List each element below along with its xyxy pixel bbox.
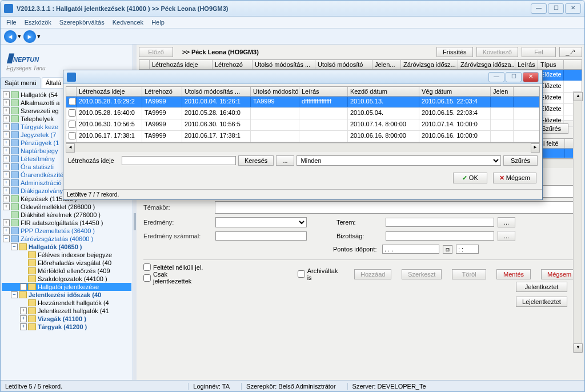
table-row[interactable]: 2010.05.28. 16:40:0TA99992010.05.28. 16:…: [66, 108, 539, 119]
maximize-button[interactable]: ☐: [548, 3, 564, 14]
cancel-button[interactable]: Mégsem: [541, 269, 578, 279]
check-feltetel[interactable]: [143, 263, 151, 271]
pontos-date-picker-icon[interactable]: ⧈: [443, 245, 452, 254]
nav-toolbar: ◄ ▾ ► ▾: [1, 29, 584, 45]
tree-item[interactable]: Féléves indexsor bejegyze: [2, 251, 131, 259]
ered-select[interactable]: [215, 217, 307, 227]
ered-label: Eredmény:: [143, 219, 212, 226]
refresh-button[interactable]: Frissítés: [436, 47, 473, 57]
bizott-field[interactable]: [386, 231, 494, 241]
tree-item[interactable]: +Vizsgák (41100 ): [2, 315, 131, 323]
save-button[interactable]: Mentés: [496, 269, 531, 279]
main-title-bar: V2012.3.1.1 : Hallgatói jelentkezések (4…: [1, 1, 584, 17]
status-role: Szerepkör: Belső Adminisztrátor: [241, 383, 336, 390]
bizott-browse-button[interactable]: ...: [498, 231, 515, 241]
search-dots-button[interactable]: ...: [276, 155, 294, 166]
nav-back-drop[interactable]: ▾: [18, 33, 21, 40]
jelentkeztet-button[interactable]: Jelentkeztet: [516, 282, 567, 292]
right-scrollbar[interactable]: ▲▼: [573, 91, 582, 353]
dialog-close-button[interactable]: ✕: [523, 72, 539, 82]
dialog-hscroll[interactable]: ◄►: [66, 143, 540, 152]
tree-item[interactable]: +Hallgatói jelentkezése: [2, 283, 131, 291]
dialog-title-bar[interactable]: — ☐ ✕: [63, 70, 542, 84]
menu-tools[interactable]: Eszközök: [25, 19, 51, 26]
tree-item[interactable]: +Jelentkezett hallgatók (41: [2, 307, 131, 315]
dialog-maximize-button[interactable]: ☐: [506, 72, 522, 82]
terem-browse-button[interactable]: ...: [498, 217, 515, 227]
nav-fwd-button[interactable]: ►: [23, 30, 36, 43]
check-csak[interactable]: [143, 274, 151, 282]
ered-szam-field[interactable]: [215, 231, 307, 241]
window-title: V2012.3.1.1 : Hallgatói jelentkezések (4…: [17, 5, 531, 12]
dialog-cancel-button[interactable]: Mégsem: [493, 173, 536, 183]
dialog-icon: [67, 73, 76, 82]
dialog-minimize-button[interactable]: —: [488, 72, 504, 82]
dialog-grid[interactable]: Létrehozás idejeLétrehozóUtolsó módosítá…: [66, 86, 540, 143]
nav-back-button[interactable]: ◄: [4, 30, 17, 43]
status-server: Szerver: DEVELOPER_Te: [347, 383, 426, 390]
dialog-ok-button[interactable]: OK: [453, 173, 487, 183]
breadcrumb: >> Péck Leona (HO9GM3): [182, 49, 259, 55]
nav-fwd-drop[interactable]: ▾: [37, 33, 41, 40]
tree-item[interactable]: Szakdolgozatok (44100 ): [2, 275, 131, 283]
status-records: Letöltve 5 / 5 rekord.: [5, 383, 62, 390]
minimize-button[interactable]: —: [531, 3, 547, 14]
status-bar: Letöltve 5 / 5 rekord. Loginnév: TA Szer…: [1, 380, 584, 391]
tree-item[interactable]: +Tárgyak (41200 ): [2, 323, 131, 331]
terem-field[interactable]: [386, 218, 494, 227]
tema-field[interactable]: [215, 201, 578, 214]
tree-item[interactable]: Diákhitel kérelmek (276000 ): [2, 211, 131, 219]
menu-bar: File Eszközök Szerepkörváltás Kedvencek …: [1, 17, 584, 29]
lejelentkeztet-button[interactable]: Lejelentkeztet: [516, 297, 567, 307]
next-button[interactable]: Következő: [476, 47, 518, 57]
table-row[interactable]: 2010.05.28. 16:29:2TA99992010.08.04. 15:…: [66, 97, 539, 108]
tab-own-menu[interactable]: Saját menü: [1, 77, 41, 88]
ered-szam-label: Eredmény számmal:: [143, 233, 212, 239]
prev-button[interactable]: Előző: [139, 47, 173, 57]
pontos-time-field[interactable]: [456, 245, 479, 254]
search-label: Létrehozás ideje: [68, 157, 119, 164]
pontos-label: Pontos időpont:: [333, 246, 379, 253]
tab-general[interactable]: Általá: [42, 77, 66, 88]
table-row[interactable]: 2010.06.17. 17:38:1TA99992010.06.17. 17:…: [66, 131, 539, 142]
dialog-status: Letöltve 7 / 7 rekord.: [63, 189, 542, 199]
tree-item[interactable]: Mérföldkő ellenőrzés (409: [2, 267, 131, 275]
pin-button[interactable]: ⎯⸕: [559, 47, 582, 57]
terem-label: Terem:: [336, 219, 382, 226]
search-dialog: — ☐ ✕ Létrehozás idejeLétrehozóUtolsó mó…: [63, 70, 543, 200]
search-field[interactable]: [122, 156, 236, 165]
add-button[interactable]: Hozzáad: [354, 269, 391, 279]
edit-button[interactable]: Szerkeszt: [402, 269, 442, 279]
status-login: Loginnév: TA: [188, 383, 230, 390]
tree-item[interactable]: Előrehaladás vizsgálat (40: [2, 259, 131, 267]
close-button[interactable]: ✕: [565, 3, 581, 14]
tree-item[interactable]: +FIR adatszolgáltatás (14450 ): [2, 219, 131, 227]
tree-item[interactable]: +Oklevélmelléklet (266000 ): [2, 203, 131, 211]
dialog-filter-button[interactable]: Szűrés: [503, 155, 538, 166]
menu-help[interactable]: Help: [151, 19, 165, 26]
menu-role[interactable]: Szerepkörváltás: [59, 19, 105, 26]
tree-item[interactable]: −Záróvizsgáztatás (40600 ): [2, 235, 131, 243]
tema-label: Témakör:: [143, 204, 211, 211]
tree-item[interactable]: −Hallgatók (40650 ): [2, 243, 131, 251]
menu-file[interactable]: File: [6, 19, 17, 26]
bizott-label: Bizottság:: [336, 233, 382, 239]
menu-fav[interactable]: Kedvencek: [113, 19, 143, 26]
delete-button[interactable]: Töröl: [452, 269, 486, 279]
dialog-filter-select[interactable]: Minden: [296, 155, 501, 166]
app-icon: [4, 4, 13, 13]
search-button[interactable]: Keresés: [238, 155, 274, 166]
tree-item[interactable]: +PPP Üzemeltetés (36400 ): [2, 227, 131, 235]
logo-text: ▮NEPTUN: [6, 50, 127, 65]
up-button[interactable]: Fel: [522, 47, 556, 57]
check-archivalt[interactable]: [298, 270, 305, 278]
tree-item[interactable]: Hozzárendelt hallgatók (4: [2, 299, 131, 307]
pontos-date-field[interactable]: [382, 245, 439, 254]
table-row[interactable]: 2010.06.30. 10:56:5TA99992010.06.30. 10:…: [66, 119, 539, 131]
tree-item[interactable]: −Jelentkezési időszak (40: [2, 291, 131, 299]
